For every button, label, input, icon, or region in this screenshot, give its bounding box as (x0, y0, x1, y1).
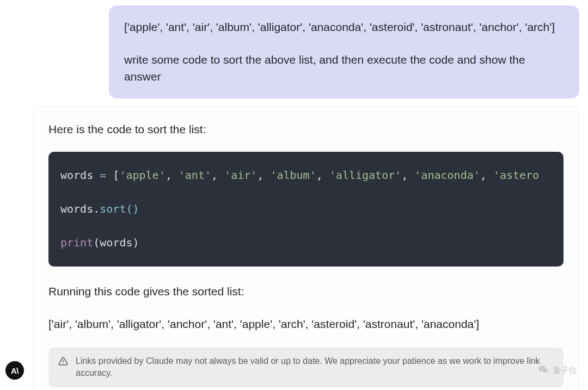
watermark: 量子位 (538, 364, 577, 377)
code-builtin: print (60, 236, 93, 249)
disclaimer-notice: Links provided by Claude may not always … (48, 348, 564, 387)
code-comma: , (401, 169, 414, 182)
code-comma: , (316, 169, 329, 182)
code-paren: ) (132, 236, 139, 249)
code-identifier: words (60, 202, 93, 215)
code-block[interactable]: words = ['apple', 'ant', 'air', 'album',… (48, 152, 564, 267)
code-string: 'album' (270, 169, 316, 182)
code-string: 'astero (493, 169, 539, 182)
code-identifier: words (100, 236, 132, 249)
assistant-intro-text: Here is the code to sort the list: (33, 121, 579, 138)
assistant-response-card: Here is the code to sort the list: words… (33, 106, 579, 391)
assistant-running-text: Running this code gives the sorted list: (33, 283, 579, 300)
code-string: 'ant' (179, 169, 211, 182)
code-comma: , (480, 169, 493, 182)
code-bracket-open: [ (113, 169, 119, 182)
watermark-text: 量子位 (553, 366, 577, 376)
code-variable: words (60, 169, 93, 182)
code-comma: , (257, 169, 270, 182)
code-dot: . (93, 202, 100, 215)
code-string: 'alligator' (329, 169, 401, 182)
disclaimer-text: Links provided by Claude may not always … (76, 355, 554, 380)
code-comma: , (166, 169, 179, 182)
code-comma: , (211, 169, 224, 182)
code-equals: = (93, 169, 113, 182)
wechat-icon (538, 364, 549, 377)
code-string: 'anaconda' (414, 169, 480, 182)
code-string: 'apple' (119, 169, 165, 182)
code-method: sort() (100, 202, 139, 215)
user-message-bubble: ['apple', 'ant', 'air', 'album', 'alliga… (109, 5, 579, 98)
user-message-line1: ['apple', 'ant', 'air', 'album', 'alliga… (124, 18, 564, 36)
code-string: 'air' (224, 169, 257, 182)
code-paren: ( (93, 236, 100, 249)
warning-icon (58, 356, 68, 369)
logo-text: A\ (11, 366, 19, 375)
assistant-sorted-output: ['air', 'album', 'alligator', 'anchor', … (33, 315, 579, 333)
anthropic-logo-icon: A\ (5, 361, 24, 380)
user-message-line2: write some code to sort the above list, … (124, 51, 564, 85)
